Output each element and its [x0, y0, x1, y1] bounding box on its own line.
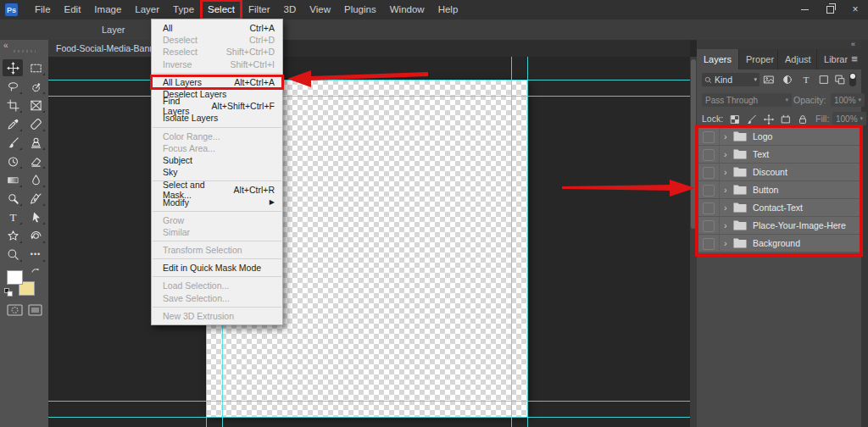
menu-item-isolate-layers[interactable]: Isolate Layers [152, 112, 282, 124]
expand-group-icon[interactable]: › [724, 235, 727, 252]
menu-select[interactable]: Select [201, 0, 242, 19]
expand-group-icon[interactable]: › [724, 146, 727, 163]
filter-kind-dropdown[interactable]: Kind ▾ [702, 73, 760, 86]
brush-tool[interactable] [3, 134, 23, 151]
toolbar-grip[interactable] [14, 50, 36, 53]
visibility-eye-toggle[interactable] [703, 185, 715, 197]
menu-item-edit-in-quick-mask-mode[interactable]: Edit in Quick Mask Mode [152, 262, 282, 274]
type-tool[interactable]: T [3, 208, 23, 225]
expand-group-icon[interactable]: › [724, 181, 727, 198]
layer-row-contact-text[interactable]: › Contact-Text [698, 199, 860, 217]
menu-item-all-layers[interactable]: All LayersAlt+Ctrl+A [152, 76, 282, 88]
blur-tool[interactable] [25, 171, 46, 188]
eraser-tool[interactable] [25, 152, 46, 169]
quick-mask-mode-button[interactable] [7, 304, 23, 316]
folder-icon [733, 167, 747, 177]
blend-mode-dropdown[interactable]: Pass Through▾ [702, 93, 792, 107]
clone-stamp-tool[interactable] [25, 134, 46, 151]
restore-button[interactable] [817, 0, 843, 19]
visibility-eye-toggle[interactable] [703, 131, 715, 143]
menu-file[interactable]: File [28, 0, 58, 19]
layer-row-button[interactable]: › Button [698, 181, 860, 199]
menu-item-all[interactable]: AllCtrl+A [152, 22, 282, 34]
visibility-eye-toggle[interactable] [703, 220, 715, 232]
select-menu-dropdown: AllCtrl+A DeselectCtrl+D ReselectShift+C… [151, 19, 283, 325]
edit-toolbar-icon[interactable]: ••• [25, 246, 46, 263]
expand-group-icon[interactable]: › [724, 164, 727, 180]
rotate-view-tool[interactable] [25, 227, 46, 244]
crop-tool[interactable] [3, 97, 23, 114]
swap-colors-icon[interactable] [31, 267, 40, 276]
collapse-panels-icon[interactable]: « [851, 40, 855, 49]
object-selection-tool[interactable] [25, 78, 46, 95]
auto-select-target-dropdown[interactable]: Layer [102, 19, 125, 40]
pen-tool[interactable] [25, 190, 46, 207]
menu-3d[interactable]: 3D [277, 0, 303, 19]
history-brush-tool[interactable] [3, 152, 23, 169]
filter-smart-object-icon[interactable] [834, 74, 846, 86]
lock-pixels-icon[interactable] [746, 114, 758, 125]
screen-mode-button[interactable] [28, 304, 42, 316]
fill-value[interactable]: 100%▾ [832, 112, 866, 125]
layer-row-place-your-image-here[interactable]: › Place-Your-Image-Here [698, 217, 860, 235]
marquee-tool[interactable] [25, 59, 46, 76]
tab-properties[interactable]: Proper [739, 49, 778, 69]
frame-tool[interactable] [25, 97, 46, 114]
filter-adjustment-layers-icon[interactable] [782, 74, 793, 86]
menu-image[interactable]: Image [87, 0, 128, 19]
menu-window[interactable]: Window [383, 0, 431, 19]
menu-item-find-layers[interactable]: Find LayersAlt+Shift+Ctrl+F [152, 100, 282, 112]
visibility-eye-toggle[interactable] [703, 238, 715, 250]
menu-type[interactable]: Type [166, 0, 201, 19]
foreground-color-swatch[interactable] [7, 270, 23, 285]
minimize-button[interactable] [792, 0, 817, 19]
lock-position-icon[interactable] [763, 114, 775, 125]
eyedropper-tool[interactable] [3, 115, 23, 132]
zoom-tool[interactable] [3, 246, 23, 263]
menu-help[interactable]: Help [431, 0, 465, 19]
layer-row-logo[interactable]: › Logo [698, 128, 860, 146]
opacity-value[interactable]: 100%▾ [831, 93, 865, 107]
canvas-scrollbar-thumb[interactable] [691, 59, 696, 229]
expand-group-icon[interactable]: › [724, 217, 727, 234]
lock-artboard-icon[interactable] [780, 114, 792, 125]
panel-menu-icon[interactable]: ≡ [848, 49, 861, 69]
visibility-eye-toggle[interactable] [703, 202, 715, 214]
menu-item-subject[interactable]: Subject [152, 154, 282, 166]
collapse-panel-icon[interactable]: « [3, 41, 8, 50]
close-button[interactable]: × [843, 0, 868, 19]
menu-view[interactable]: View [303, 0, 337, 19]
tab-adjustments[interactable]: Adjust [778, 49, 817, 69]
gradient-tool[interactable] [3, 171, 23, 188]
expand-group-icon[interactable]: › [724, 128, 727, 145]
menu-edit[interactable]: Edit [58, 0, 88, 19]
tab-libraries[interactable]: Librari [817, 49, 848, 69]
layer-row-background[interactable]: › Background [698, 235, 860, 252]
lasso-tool[interactable] [3, 78, 23, 95]
default-colors-icon[interactable] [4, 288, 13, 297]
menu-item-sky[interactable]: Sky [152, 166, 282, 178]
custom-shape-tool[interactable] [3, 227, 23, 244]
filter-shape-layers-icon[interactable] [818, 74, 830, 86]
document-tab[interactable]: Food-Social-Media-Bann [48, 40, 164, 57]
healing-brush-tool[interactable] [25, 115, 46, 132]
move-tool[interactable] [3, 59, 23, 76]
filter-pixel-layers-icon[interactable] [763, 74, 775, 86]
layer-row-text[interactable]: › Text [698, 146, 860, 164]
filter-type-layers-icon[interactable]: T [800, 74, 812, 86]
menu-filter[interactable]: Filter [242, 0, 277, 19]
lock-all-icon[interactable] [797, 114, 809, 125]
expand-group-icon[interactable]: › [724, 199, 727, 216]
dodge-tool[interactable] [3, 190, 23, 207]
guide-horizontal-top-margin [48, 96, 690, 97]
layer-row-discount[interactable]: › Discount [698, 164, 860, 181]
visibility-eye-toggle[interactable] [703, 167, 715, 179]
lock-transparency-icon[interactable] [729, 114, 741, 125]
tab-layers[interactable]: Layers [697, 49, 739, 69]
visibility-eye-toggle[interactable] [703, 149, 715, 161]
filter-toggle-switch[interactable] [849, 73, 856, 86]
menu-plugins[interactable]: Plugins [337, 0, 383, 19]
path-selection-tool[interactable] [25, 208, 46, 225]
menu-item-select-and-mask[interactable]: Select and Mask...Alt+Ctrl+R [152, 184, 282, 196]
menu-layer[interactable]: Layer [128, 0, 166, 19]
